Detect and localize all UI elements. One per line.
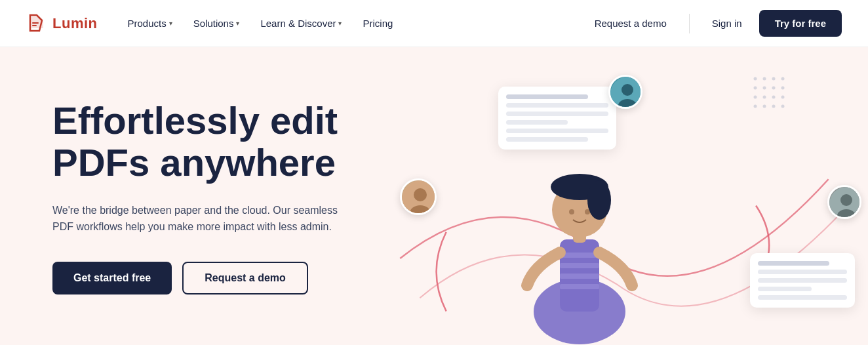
nav-solutions[interactable]: Solutions ▾ bbox=[184, 12, 249, 34]
dot-grid-decoration bbox=[750, 73, 802, 126]
svg-point-35 bbox=[772, 105, 776, 108]
svg-point-1 bbox=[621, 84, 633, 96]
svg-point-26 bbox=[763, 87, 766, 90]
svg-point-34 bbox=[763, 105, 766, 108]
svg-point-24 bbox=[781, 77, 785, 81]
svg-point-30 bbox=[763, 96, 766, 99]
hero-person-illustration bbox=[488, 108, 671, 345]
svg-point-31 bbox=[772, 96, 776, 99]
hero-request-demo-button[interactable]: Request a demo bbox=[182, 262, 308, 294]
logo-link[interactable]: Lumin bbox=[26, 12, 98, 35]
svg-point-32 bbox=[781, 96, 785, 99]
document-card-2 bbox=[750, 253, 855, 308]
svg-point-23 bbox=[772, 77, 776, 81]
svg-point-22 bbox=[763, 77, 766, 81]
chevron-down-icon: ▾ bbox=[338, 20, 342, 27]
hero-subtitle: We're the bridge between paper and the c… bbox=[52, 202, 341, 235]
svg-point-27 bbox=[772, 87, 776, 90]
avatar-2 bbox=[400, 178, 437, 215]
svg-rect-13 bbox=[560, 274, 599, 279]
svg-point-28 bbox=[781, 87, 785, 90]
get-started-button[interactable]: Get started free bbox=[52, 262, 172, 294]
svg-point-18 bbox=[587, 180, 611, 220]
hero-title: Effortlessly edit PDFs anywhere bbox=[52, 100, 341, 184]
svg-rect-12 bbox=[560, 263, 599, 268]
hero-illustration bbox=[367, 47, 868, 345]
try-for-free-button[interactable]: Try for free bbox=[759, 10, 842, 37]
hero-content: Effortlessly edit PDFs anywhere We're th… bbox=[0, 47, 367, 345]
nav-products[interactable]: Products ▾ bbox=[119, 12, 182, 34]
sign-in-button[interactable]: Sign in bbox=[700, 11, 754, 35]
logo-text: Lumin bbox=[52, 15, 98, 32]
svg-point-29 bbox=[754, 96, 757, 99]
svg-point-4 bbox=[414, 188, 427, 201]
svg-point-19 bbox=[569, 209, 574, 214]
svg-rect-14 bbox=[560, 284, 599, 289]
svg-point-7 bbox=[840, 194, 852, 206]
lumin-logo-icon bbox=[26, 12, 49, 35]
svg-point-25 bbox=[754, 87, 757, 90]
hero-section: Effortlessly edit PDFs anywhere We're th… bbox=[0, 47, 868, 345]
hero-cta-buttons: Get started free Request a demo bbox=[52, 262, 341, 294]
avatar-1 bbox=[608, 75, 642, 109]
navigation: Lumin Products ▾ Solutions ▾ Learn & Dis… bbox=[0, 0, 868, 47]
nav-links: Products ▾ Solutions ▾ Learn & Discover … bbox=[119, 12, 583, 34]
svg-point-36 bbox=[781, 105, 785, 108]
nav-learn-discover[interactable]: Learn & Discover ▾ bbox=[251, 12, 351, 34]
svg-rect-11 bbox=[560, 253, 599, 258]
svg-point-20 bbox=[585, 209, 590, 214]
svg-point-21 bbox=[754, 77, 757, 81]
request-demo-button[interactable]: Request a demo bbox=[583, 11, 679, 35]
chevron-down-icon: ▾ bbox=[169, 20, 172, 27]
nav-pricing[interactable]: Pricing bbox=[353, 12, 402, 34]
nav-divider bbox=[689, 14, 690, 33]
svg-point-33 bbox=[754, 105, 757, 108]
nav-right: Request a demo Sign in Try for free bbox=[583, 10, 842, 37]
avatar-3 bbox=[827, 185, 861, 219]
chevron-down-icon: ▾ bbox=[236, 20, 239, 27]
